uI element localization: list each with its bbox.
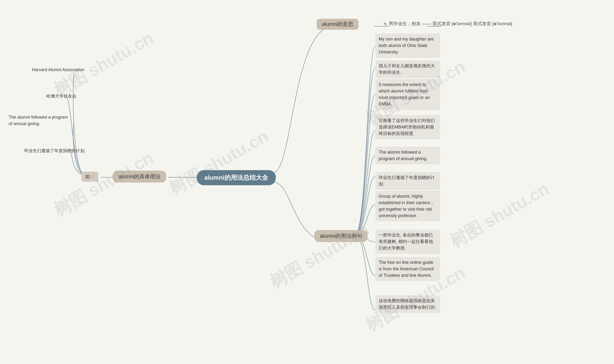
watermark-4: 树图 shutu.cn [50,146,158,222]
example-10: 这份免费的网络版指南是由美国受托人及校友理事会制订的. [375,295,440,313]
watermark-2: 树图 shutu.cn [165,125,273,200]
example-2: 我儿子和女儿都是俄亥俄州大学的毕业生. [375,60,440,78]
examples-branch-node: alumni的用法例句 [314,230,368,242]
usage-item-2: 哈佛大学校友会 [46,93,77,99]
usage-item-4: 毕业生们遵循了年度捐赠的计划. [24,148,86,154]
watermark-1: 树图 shutu.cn [50,26,158,102]
usage-item-1: Harvard Alumni Association [32,67,84,73]
watermark-6: 树图 shutu.cn [445,177,553,253]
example-5: The alumni followed a program of annual … [375,147,440,164]
center-node: alumni的用法总结大全 [197,170,276,185]
example-7: Group of alumni, highly established in t… [375,191,440,221]
example-4: 它衡量了这些毕业生们对他们选择读EMBA时所抱动机和最终目标的实现程度. [375,115,440,139]
usage-item-3: The alumni followed a program of annual … [9,114,71,127]
example-1: My son and my daughter are both alumni o… [375,34,440,58]
usage-branch-node: alumni的具体用法 [113,171,166,182]
example-9: The free on line online guide is from th… [375,257,440,281]
meaning-phonetics: 英式发音 [ə'lʌmnai] 美式发音 [ə'lʌmnai] [432,21,512,26]
example-6: 毕业生们遵循了年度捐赠的计划. [375,172,440,190]
meaning-dash: —— [422,21,432,26]
example-3: It measures the extent to which alumni f… [375,79,440,110]
meaning-branch-node: alumni的意思 [317,19,359,30]
watermark-3: 树图 shutu.cn [265,218,373,294]
meaning-text: n. 男毕业生；校友 —— 英式发音 [ə'lʌmnai] 美式发音 [ə'lʌ… [384,21,512,27]
example-8: 一群毕业生, 各自的事业都已有所建树, 相约一起往看看他们的大学教授. [375,230,440,254]
meaning-definition: n. 男毕业生；校友 [384,21,421,26]
usage-sub-label: 如： [82,172,98,182]
